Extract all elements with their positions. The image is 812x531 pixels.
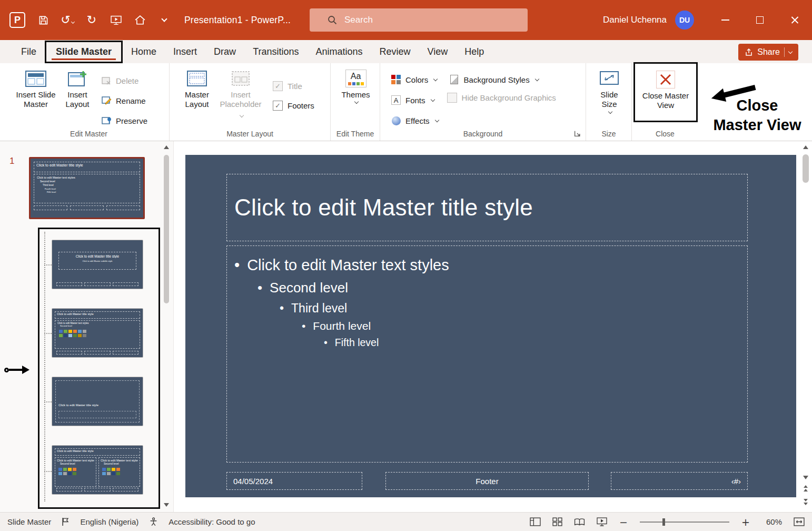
rename-label: Rename <box>116 96 146 105</box>
fit-to-window-button[interactable] <box>794 517 805 526</box>
tab-review[interactable]: Review <box>371 41 419 63</box>
tab-transitions[interactable]: Transitions <box>244 41 307 63</box>
rename-icon <box>101 96 112 106</box>
status-accessibility[interactable]: Accessibility: Good to go <box>169 517 255 526</box>
undo-button[interactable]: ↺ <box>58 11 77 30</box>
avatar[interactable]: DU <box>675 11 694 30</box>
insert-layout-button[interactable]: Insert Layout <box>60 66 95 112</box>
proofing-flag-icon[interactable] <box>62 517 70 526</box>
date-placeholder[interactable]: 04/05/2024 <box>226 472 362 490</box>
tab-slide-master[interactable]: Slide Master <box>45 41 123 63</box>
master-layout-button[interactable]: Master Layout <box>177 66 217 112</box>
scroll-down-icon[interactable] <box>803 476 808 479</box>
bullet-text: Second level <box>270 280 348 296</box>
background-styles-button[interactable]: Background Styles <box>447 72 556 87</box>
thumb-bullet: Second level <box>37 180 137 184</box>
preserve-button[interactable]: Preserve <box>99 113 150 129</box>
master-slide-thumbnail[interactable]: Click to edit Master title style Click t… <box>29 157 145 219</box>
tab-insert[interactable]: Insert <box>165 41 205 63</box>
share-icon <box>745 48 753 56</box>
layout-thumbnail-content[interactable]: Click to edit Master title style Click t… <box>52 308 143 358</box>
colors-button[interactable]: Colors <box>389 72 441 87</box>
reading-view-button[interactable] <box>574 518 585 526</box>
tab-help[interactable]: Help <box>456 41 492 63</box>
scrollbar-thumb[interactable] <box>803 154 809 183</box>
zoom-slider-thumb[interactable] <box>662 518 665 526</box>
chevron-down-icon <box>608 109 612 113</box>
status-view-label[interactable]: Slide Master <box>7 517 51 526</box>
layout-thumbnail-title-only[interactable]: Click to edit Master title style <box>52 377 143 426</box>
fonts-label: Fonts <box>405 96 425 105</box>
themes-button[interactable]: Aa Themes <box>337 66 375 106</box>
accessibility-icon[interactable] <box>149 517 158 526</box>
normal-view-button[interactable] <box>530 517 541 526</box>
tab-animations[interactable]: Animations <box>308 41 371 63</box>
tab-view[interactable]: View <box>419 41 457 63</box>
zoom-out-button[interactable]: − <box>619 516 628 528</box>
tab-draw[interactable]: Draw <box>205 41 244 63</box>
insert-placeholder-button[interactable]: Insert Placeholder <box>217 66 264 122</box>
check-icon: ✓ <box>275 102 281 110</box>
powerpoint-logo-icon[interactable]: P <box>9 12 25 28</box>
group-master-layout: Master Layout Insert Placeholder ✓ Title… <box>170 63 331 141</box>
search-input[interactable] <box>344 15 502 25</box>
footers-checkbox-row[interactable]: ✓ Footers <box>273 101 314 111</box>
zoom-in-button[interactable]: + <box>741 516 750 528</box>
thumbnail-scrollbar[interactable] <box>162 143 171 509</box>
delete-button[interactable]: Delete <box>99 73 150 89</box>
zoom-slider[interactable] <box>640 518 729 526</box>
close-master-view-button[interactable]: Close Master View <box>638 67 694 113</box>
search-box[interactable] <box>310 8 528 32</box>
insert-placeholder-label: Insert Placeholder <box>218 90 263 119</box>
thumbnail-scrollbar-thumb[interactable] <box>164 155 169 303</box>
status-right: − + 60% <box>530 516 805 528</box>
body-placeholder[interactable]: •Click to edit Master text styles •Secon… <box>226 245 748 463</box>
status-bar: Slide Master English (Nigeria) Accessibi… <box>0 512 812 531</box>
insert-slide-master-button[interactable]: Insert Slide Master <box>12 66 60 112</box>
zoom-percentage[interactable]: 60% <box>762 517 782 526</box>
slideshow-icon <box>111 15 122 25</box>
slide-editor: Click to edit Master title style •Click … <box>174 141 799 512</box>
status-language[interactable]: English (Nigeria) <box>80 517 138 526</box>
hide-background-graphics-checkbox[interactable] <box>447 93 457 103</box>
title-checkbox-row[interactable]: ✓ Title <box>273 81 314 91</box>
layout-thumbnail-two-content[interactable]: Click to edit Master title style Click t… <box>52 445 143 495</box>
footer-placeholder[interactable]: Footer <box>385 472 589 490</box>
home-button[interactable] <box>131 11 150 30</box>
minimize-button[interactable] <box>708 0 742 40</box>
colors-label: Colors <box>405 75 428 84</box>
scroll-down-icon[interactable] <box>164 503 169 507</box>
slide-canvas[interactable]: Click to edit Master title style •Click … <box>185 155 796 497</box>
bullet-icon: • <box>302 320 305 332</box>
layout-thumbnail-title-slide[interactable]: Click to edit Master title style Click t… <box>52 240 143 289</box>
slide-size-button[interactable]: Slide Size <box>592 66 627 116</box>
group-label-size: Size <box>586 130 631 138</box>
share-button[interactable]: Share <box>738 44 798 61</box>
effects-button[interactable]: Effects <box>389 113 441 129</box>
tab-file[interactable]: File <box>13 41 45 63</box>
close-button[interactable] <box>777 0 812 40</box>
customize-quick-access-button[interactable] <box>155 11 174 30</box>
footers-checkbox[interactable]: ✓ <box>273 101 283 111</box>
main-scrollbar[interactable] <box>799 141 812 512</box>
tab-draw-label: Draw <box>214 46 236 57</box>
slide-sorter-view-button[interactable] <box>552 517 562 526</box>
redo-button[interactable]: ↻ <box>82 11 101 30</box>
previous-slide-button[interactable] <box>804 484 808 493</box>
next-slide-button[interactable] <box>804 497 808 507</box>
start-slideshow-button[interactable] <box>106 11 125 30</box>
tab-home[interactable]: Home <box>123 41 165 63</box>
scroll-up-icon[interactable] <box>164 145 169 149</box>
slide-number-placeholder[interactable]: ‹#› <box>611 472 748 490</box>
scroll-up-icon[interactable] <box>803 145 808 149</box>
rename-button[interactable]: Rename <box>99 93 150 109</box>
save-button[interactable] <box>34 11 53 30</box>
hierarchy-stub <box>44 401 52 402</box>
hide-background-graphics-row[interactable]: Hide Background Graphics <box>447 93 556 103</box>
scrollbar-track[interactable] <box>799 153 812 473</box>
title-checkbox[interactable]: ✓ <box>273 81 283 91</box>
slideshow-view-button[interactable] <box>597 517 607 526</box>
title-placeholder[interactable]: Click to edit Master title style <box>226 174 748 241</box>
maximize-button[interactable] <box>742 0 777 40</box>
fonts-button[interactable]: A Fonts <box>389 92 441 108</box>
